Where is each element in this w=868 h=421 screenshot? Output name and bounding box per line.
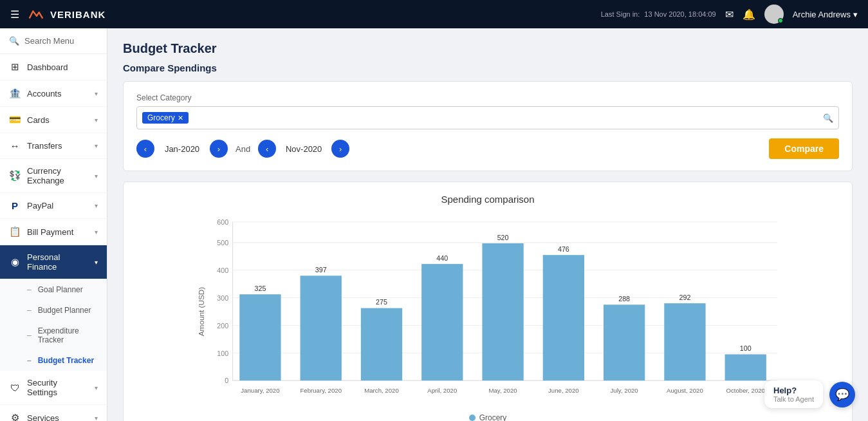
bar-mar bbox=[361, 308, 402, 380]
help-widget: Help? Talk to Agent 💬 bbox=[764, 380, 855, 408]
bar-may bbox=[482, 243, 523, 380]
sidebar: 🔍 Search Menu ⊞ Dashboard 🏦 Accounts ▾ 💳… bbox=[0, 28, 107, 421]
date2-label: Nov-2020 bbox=[281, 144, 326, 154]
chevron-down-icon: ▾ bbox=[95, 90, 98, 97]
sidebar-item-label: Bill Payment bbox=[27, 227, 88, 237]
bill-payment-icon: 📋 bbox=[9, 226, 21, 238]
svg-text:January, 2020: January, 2020 bbox=[241, 387, 279, 394]
brand-name: VERIBANK bbox=[50, 9, 106, 20]
sidebar-item-security-settings[interactable]: 🛡 Security Settings ▾ bbox=[0, 371, 107, 405]
svg-text:400: 400 bbox=[217, 267, 228, 274]
chart-title: Spending comparison bbox=[136, 194, 839, 205]
sidebar-item-cards[interactable]: 💳 Cards ▾ bbox=[0, 107, 107, 133]
search-icon: 🔍 bbox=[9, 36, 19, 46]
chevron-down-icon: ▾ bbox=[95, 229, 98, 236]
bar-jul bbox=[604, 304, 645, 380]
expenditure-tracker-label: Expenditure Tracker bbox=[38, 326, 98, 344]
svg-text:275: 275 bbox=[376, 298, 387, 306]
bar-apr bbox=[421, 264, 463, 380]
sidebar-item-goal-planner[interactable]: Goal Planner bbox=[0, 279, 107, 300]
budget-planner-label: Budget Planner bbox=[38, 306, 91, 315]
notifications-button[interactable]: 🔔 bbox=[743, 8, 755, 21]
svg-text:292: 292 bbox=[679, 294, 690, 301]
date1-prev-button[interactable]: ‹ bbox=[136, 140, 154, 158]
svg-text:397: 397 bbox=[315, 266, 327, 274]
and-label: And bbox=[235, 144, 250, 154]
chevron-down-icon: ▾ bbox=[95, 142, 98, 149]
personal-finance-icon: ◉ bbox=[9, 256, 21, 268]
sidebar-item-bill-payment[interactable]: 📋 Bill Payment ▾ bbox=[0, 219, 107, 245]
goal-planner-label: Goal Planner bbox=[38, 285, 83, 294]
sidebar-item-budget-tracker[interactable]: Budget Tracker bbox=[0, 350, 107, 371]
chevron-down-icon: ▾ bbox=[95, 202, 98, 209]
tag-close-icon[interactable]: ✕ bbox=[178, 114, 183, 122]
sidebar-item-label: PayPal bbox=[27, 201, 88, 210]
compare-button[interactable]: Compare bbox=[769, 138, 839, 159]
messages-button[interactable]: ✉ bbox=[725, 8, 734, 21]
tag-label: Grocery bbox=[147, 113, 175, 122]
services-icon: ⚙ bbox=[9, 412, 21, 421]
category-input-box[interactable]: Grocery ✕ 🔍 bbox=[136, 106, 839, 129]
grocery-tag[interactable]: Grocery ✕ bbox=[142, 112, 189, 124]
svg-text:300: 300 bbox=[217, 294, 228, 302]
sidebar-item-paypal[interactable]: P PayPal ▾ bbox=[0, 193, 107, 219]
last-signin-label: Last Sign in: bbox=[601, 10, 640, 18]
date2-prev-button[interactable]: ‹ bbox=[258, 140, 276, 158]
svg-text:440: 440 bbox=[436, 254, 448, 262]
chevron-down-icon: ▾ bbox=[95, 173, 98, 180]
svg-text:100: 100 bbox=[217, 350, 228, 357]
last-signin-text: Last Sign in: 13 Nov 2020, 18:04:09 bbox=[601, 10, 716, 18]
bar-jan bbox=[239, 294, 281, 380]
sidebar-item-personal-finance[interactable]: ◉ Personal Finance ▾ bbox=[0, 245, 107, 279]
svg-text:600: 600 bbox=[217, 218, 228, 226]
user-chevron-icon: ▾ bbox=[853, 10, 858, 19]
sidebar-item-dashboard[interactable]: ⊞ Dashboard bbox=[0, 54, 107, 80]
help-title: Help? bbox=[773, 386, 814, 395]
svg-text:325: 325 bbox=[254, 285, 266, 292]
paypal-icon: P bbox=[9, 200, 21, 211]
date2-nav: ‹ Nov-2020 › bbox=[258, 140, 349, 158]
main-content: Budget Tracker Compare Spendings Select … bbox=[107, 28, 868, 421]
chevron-down-icon: ▾ bbox=[95, 259, 98, 266]
date1-next-button[interactable]: › bbox=[210, 140, 228, 158]
sidebar-item-label: Dashboard bbox=[27, 62, 98, 72]
sidebar-item-label: Services bbox=[27, 413, 88, 422]
sidebar-item-transfers[interactable]: ↔ Transfers ▾ bbox=[0, 133, 107, 159]
sidebar-search[interactable]: 🔍 Search Menu bbox=[0, 28, 107, 54]
search-menu-label: Search Menu bbox=[24, 36, 74, 46]
top-navigation: ☰ VERIBANK Last Sign in: 13 Nov 2020, 18… bbox=[0, 0, 868, 28]
chevron-down-icon: ▾ bbox=[95, 384, 98, 391]
search-icon: 🔍 bbox=[823, 113, 833, 123]
svg-text:0: 0 bbox=[225, 377, 228, 384]
sidebar-item-label: Transfers bbox=[27, 141, 88, 151]
help-chat-button[interactable]: 💬 bbox=[829, 382, 855, 407]
sidebar-item-budget-planner[interactable]: Budget Planner bbox=[0, 300, 107, 321]
sidebar-item-accounts[interactable]: 🏦 Accounts ▾ bbox=[0, 80, 107, 107]
username-label: Archie Andrews bbox=[793, 10, 851, 19]
category-label: Select Category bbox=[136, 93, 839, 102]
sidebar-item-label: Personal Finance bbox=[27, 252, 88, 272]
svg-text:100: 100 bbox=[740, 344, 752, 352]
dashboard-icon: ⊞ bbox=[9, 61, 21, 73]
chart-container: Amount (USD) 0 100 200 300 40 bbox=[136, 215, 839, 408]
last-signin-value: 13 Nov 2020, 18:04:09 bbox=[644, 10, 716, 18]
date-range-row: ‹ Jan-2020 › And ‹ Nov-2020 › Compare bbox=[136, 138, 839, 159]
menu-toggle-button[interactable]: ☰ bbox=[10, 8, 19, 21]
svg-text:500: 500 bbox=[217, 239, 228, 247]
currency-icon: 💱 bbox=[9, 170, 21, 182]
cards-icon: 💳 bbox=[9, 114, 21, 126]
sidebar-item-currency-exchange[interactable]: 💱 Currency Exchange ▾ bbox=[0, 159, 107, 193]
svg-text:200: 200 bbox=[217, 322, 228, 330]
date2-next-button[interactable]: › bbox=[331, 140, 349, 158]
page-title: Budget Tracker bbox=[123, 41, 853, 56]
svg-text:February, 2020: February, 2020 bbox=[300, 387, 342, 394]
security-icon: 🛡 bbox=[9, 382, 21, 393]
svg-text:August, 2020: August, 2020 bbox=[667, 387, 703, 394]
bar-oct bbox=[725, 354, 766, 380]
bar-jun bbox=[543, 255, 584, 380]
sidebar-item-label: Security Settings bbox=[27, 378, 88, 397]
sidebar-item-expenditure-tracker[interactable]: Expenditure Tracker bbox=[0, 321, 107, 350]
user-name[interactable]: Archie Andrews ▾ bbox=[793, 10, 858, 19]
help-subtitle: Talk to Agent bbox=[773, 395, 814, 403]
sidebar-item-services[interactable]: ⚙ Services ▾ bbox=[0, 405, 107, 421]
